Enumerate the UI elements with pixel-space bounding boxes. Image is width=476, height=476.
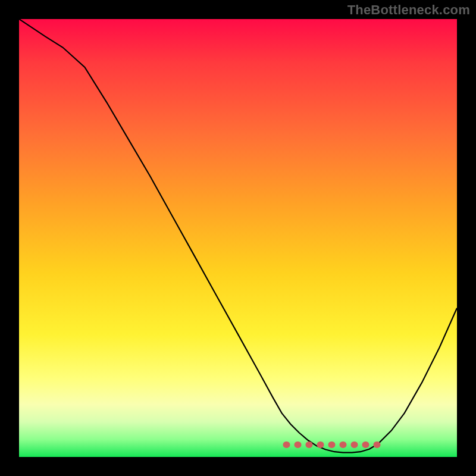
chart-plot-area: [19, 19, 457, 457]
bottleneck-curve: [19, 19, 457, 453]
watermark-text: TheBottleneck.com: [347, 2, 470, 18]
chart-svg: [19, 19, 457, 457]
